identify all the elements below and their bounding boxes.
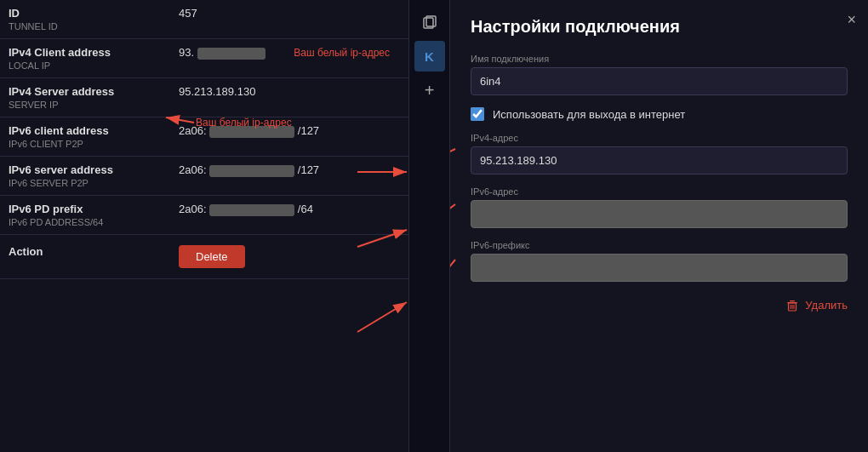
row-sub-label: TUNNEL ID [9, 21, 162, 31]
sidebar: K + [408, 0, 449, 452]
row-label-ipv4-server: IPv4 Server address SERVER IP [0, 78, 170, 117]
form-group-ipv6: IPv6-адрес [471, 186, 848, 228]
form-group-ipv4: IPv4-адрес [471, 133, 848, 175]
redacted-field [197, 48, 266, 60]
checkbox-row: Использовать для выхода в интернет [471, 107, 848, 121]
delete-link[interactable]: Удалить [471, 299, 848, 312]
svg-line-15 [450, 149, 455, 170]
table-row: IPv6 PD prefix IPv6 PD ADDRESS/64 2a06: … [0, 196, 408, 235]
close-button[interactable]: × [847, 12, 856, 27]
copy-icon[interactable] [414, 7, 445, 37]
row-label-id: ID TUNNEL ID [0, 0, 170, 39]
table-row: IPv4 Server address SERVER IP 95.213.189… [0, 78, 408, 117]
row-value-action: Delete [170, 235, 408, 279]
form-group-ipv6-prefix: IPv6-префикс [471, 240, 848, 282]
row-sub-label: LOCAL IP [9, 60, 162, 71]
plus-icon-label: + [425, 82, 435, 99]
table-row-action: Action Delete [0, 235, 408, 279]
table-row: IPv6 server address IPv6 SERVER P2P 2a06… [0, 157, 408, 196]
row-sub-label: IPv6 SERVER P2P [9, 178, 162, 188]
table-row: IPv4 Client address LOCAL IP 93. Ваш бел… [0, 39, 408, 78]
row-main-label: IPv4 Server address [9, 85, 162, 98]
action-label: Action [9, 245, 162, 258]
row-label-ipv4-client: IPv4 Client address LOCAL IP [0, 39, 170, 78]
trash-icon [786, 300, 798, 312]
connection-name-input[interactable] [471, 67, 848, 95]
annotation-text: Ваш белый ip-адрес [294, 47, 390, 59]
row-sub-label: IPv6 PD ADDRESS/64 [9, 217, 162, 227]
svg-line-16 [450, 204, 455, 238]
svg-rect-9 [790, 300, 795, 301]
svg-line-17 [450, 260, 455, 315]
table-row: IPv6 client address IPv6 CLIENT P2P 2a06… [0, 117, 408, 157]
redacted-field [209, 165, 294, 177]
field-name-label: Имя подключения [471, 54, 848, 64]
field-ipv6-prefix-label: IPv6-префикс [471, 240, 848, 250]
ipv6-prefix-input-wrapper [471, 254, 848, 282]
table-container: ID TUNNEL ID 457 IPv4 Client address LOC… [0, 0, 408, 452]
field-ipv6-label: IPv6-адрес [471, 186, 848, 197]
row-value-id: 457 [170, 0, 408, 39]
k-icon-label: K [425, 49, 434, 64]
row-main-label: IPv6 server address [9, 163, 162, 176]
row-main-label: IPv6 PD prefix [9, 203, 162, 215]
row-label-ipv6-server: IPv6 server address IPv6 SERVER P2P [0, 157, 170, 196]
row-value-ipv4-client: 93. Ваш белый ip-адрес [170, 39, 408, 78]
table-row: ID TUNNEL ID 457 [0, 0, 408, 39]
plus-icon[interactable]: + [414, 75, 445, 106]
row-sub-label: IPv6 CLIENT P2P [9, 139, 162, 149]
delete-label: Удалить [805, 299, 848, 312]
tunnel-table: ID TUNNEL ID 457 IPv4 Client address LOC… [0, 0, 408, 279]
form-group-name: Имя подключения [471, 54, 848, 95]
row-value-ipv6-server: 2a06: /127 [170, 157, 408, 196]
left-panel: ID TUNNEL ID 457 IPv4 Client address LOC… [0, 0, 408, 452]
row-value-ipv6-client: 2a06: /127 [170, 117, 408, 157]
redacted-field [209, 204, 294, 216]
internet-checkbox[interactable] [471, 107, 484, 121]
row-main-label: IPv4 Client address [9, 46, 162, 59]
row-main-label: ID [9, 7, 162, 20]
settings-panel: × Настройки подключения Имя подключения … [450, 0, 868, 452]
right-arrows [450, 0, 457, 452]
row-value-ipv4-server: 95.213.189.130 [170, 78, 408, 117]
row-label-ipv6-client: IPv6 client address IPv6 CLIENT P2P [0, 117, 170, 157]
row-label-ipv6-pd: IPv6 PD prefix IPv6 PD ADDRESS/64 [0, 196, 170, 235]
row-main-label: IPv6 client address [9, 124, 162, 137]
field-ipv4-label: IPv4-адрес [471, 133, 848, 143]
row-value-ipv6-pd: 2a06: /64 [170, 196, 408, 235]
ipv4-input[interactable] [471, 146, 848, 175]
row-sub-label: SERVER IP [9, 100, 162, 110]
ipv6-input[interactable] [471, 200, 848, 228]
checkbox-label: Использовать для выхода в интернет [493, 108, 685, 121]
ipv6-input-wrapper [471, 200, 848, 228]
k-icon[interactable]: K [414, 41, 445, 72]
delete-button[interactable]: Delete [179, 245, 245, 268]
row-label-action: Action [0, 235, 170, 279]
panel-title: Настройки подключения [471, 17, 848, 37]
redacted-field [209, 126, 294, 138]
ipv6-prefix-input[interactable] [471, 254, 848, 282]
